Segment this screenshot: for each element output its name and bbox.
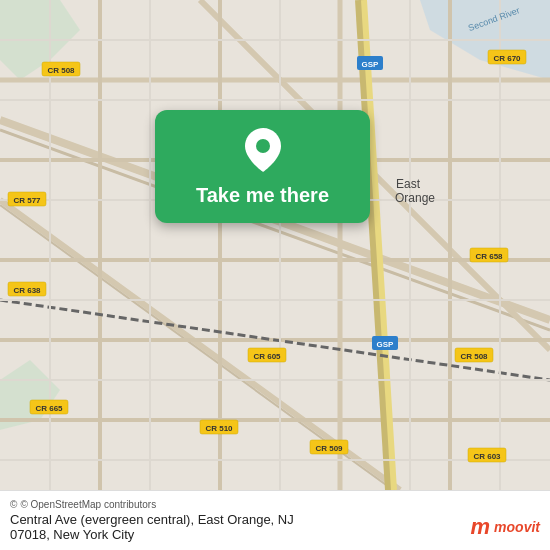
svg-text:East: East: [396, 177, 421, 191]
take-me-there-button[interactable]: Take me there: [155, 110, 370, 223]
address-text: Central Ave (evergreen central), East Or…: [10, 512, 294, 542]
svg-text:Orange: Orange: [395, 191, 435, 205]
svg-text:CR 508: CR 508: [460, 352, 488, 361]
location-pin-icon: [245, 128, 281, 176]
copyright-symbol: ©: [10, 499, 17, 510]
svg-text:CR 670: CR 670: [493, 54, 521, 63]
map-container: CR 508 CR 577 CR 638 CR 665 CR 605 CR 51…: [0, 0, 550, 490]
svg-text:CR 665: CR 665: [35, 404, 63, 413]
take-me-there-label: Take me there: [196, 184, 329, 207]
address-line: Central Ave (evergreen central), East Or…: [10, 512, 540, 542]
svg-text:CR 510: CR 510: [205, 424, 233, 433]
svg-text:CR 603: CR 603: [473, 452, 501, 461]
svg-text:CR 638: CR 638: [13, 286, 41, 295]
svg-text:GSP: GSP: [362, 60, 380, 69]
svg-text:CR 508: CR 508: [47, 66, 75, 75]
moovit-logo-text: moovit: [494, 519, 540, 535]
moovit-logo-letter: m: [471, 514, 491, 540]
bottom-bar: © © OpenStreetMap contributors Central A…: [0, 490, 550, 550]
copyright-text: © OpenStreetMap contributors: [20, 499, 156, 510]
svg-text:CR 605: CR 605: [253, 352, 281, 361]
map-svg: CR 508 CR 577 CR 638 CR 665 CR 605 CR 51…: [0, 0, 550, 490]
svg-text:CR 577: CR 577: [13, 196, 41, 205]
svg-text:GSP: GSP: [377, 340, 395, 349]
moovit-logo: m moovit: [471, 514, 540, 540]
svg-text:CR 658: CR 658: [475, 252, 503, 261]
copyright-line: © © OpenStreetMap contributors: [10, 499, 540, 510]
svg-text:CR 509: CR 509: [315, 444, 343, 453]
svg-point-61: [256, 139, 270, 153]
